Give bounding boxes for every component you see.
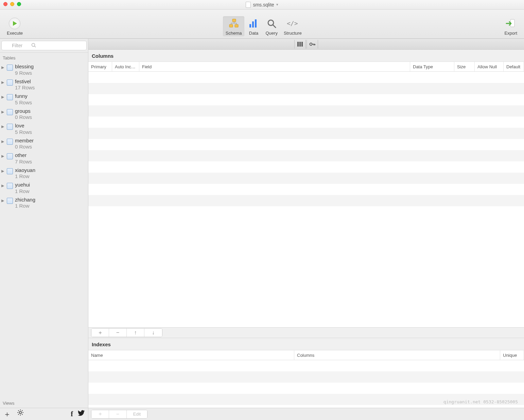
remove-index-button[interactable]: − [109,410,127,418]
idx-header-name[interactable]: Name [88,350,294,360]
tab-schema-label: Schema [226,31,242,36]
disclosure-triangle-icon[interactable]: ▶ [1,124,5,129]
table-rowcount: 0 Rows [15,144,34,150]
edit-index-button[interactable]: Edit [127,410,147,418]
execute-button[interactable]: Execute [4,16,25,36]
add-index-button[interactable]: ＋ [91,410,109,418]
tab-query[interactable]: Query [263,16,280,36]
col-header-auto-inc[interactable]: Auto Inc… [112,62,139,71]
columns-action-bar: ＋ − ↑ ↓ [88,327,524,338]
col-header-default[interactable]: Default [504,62,524,71]
disclosure-triangle-icon[interactable]: ▶ [1,95,5,99]
sidebar-table-item[interactable]: ▶member0 Rows [0,137,88,152]
filter-input[interactable] [1,41,87,50]
table-row [88,117,524,128]
chevron-down-icon: ▾ [276,2,278,7]
disclosure-triangle-icon[interactable]: ▶ [1,80,5,85]
key-icon [309,42,315,47]
table-name: xiaoyuan [15,167,35,174]
sidebar-table-item[interactable]: ▶xiaoyuan1 Row [0,166,88,181]
disclosure-triangle-icon[interactable]: ▶ [1,198,5,203]
svg-line-20 [18,414,19,415]
disclosure-triangle-icon[interactable]: ▶ [1,110,5,114]
table-rowcount: 1 Row [15,203,35,209]
disclosure-triangle-icon[interactable]: ▶ [1,183,5,188]
columns-grid[interactable] [88,72,524,327]
add-button[interactable]: ＋ [3,409,11,419]
table-icon [7,80,13,86]
tab-structure[interactable]: </> Structure [281,16,304,36]
sidebar-table-item[interactable]: ▶groups0 Rows [0,107,88,122]
svg-rect-23 [299,42,301,47]
sidebar-table-item[interactable]: ▶funny5 Rows [0,92,88,107]
sidebar-table-item[interactable]: ▶other7 Rows [0,151,88,166]
indexes-grid[interactable] [88,360,524,408]
disclosure-triangle-icon[interactable]: ▶ [1,65,5,70]
disclosure-triangle-icon[interactable]: ▶ [1,169,5,173]
svg-rect-3 [235,24,238,27]
col-header-size[interactable]: Size [454,62,475,71]
export-icon [505,18,517,29]
idx-header-columns[interactable]: Columns [294,350,500,360]
minimize-window-button[interactable] [10,2,14,6]
table-name: blessing [15,64,34,70]
move-up-button[interactable]: ↑ [127,329,144,337]
tables-section-label: Tables [0,53,88,63]
sidebar-table-item[interactable]: ▶love5 Rows [0,122,88,137]
indexes-action-bar: ＋ − Edit [88,408,524,420]
table-icon [7,198,13,204]
sidebar-table-item[interactable]: ▶zhichang1 Row [0,196,88,211]
close-window-button[interactable] [3,2,7,6]
sidebar-table-item[interactable]: ▶festivel17 Rows [0,77,88,92]
sidebar-table-item[interactable]: ▶blessing9 Rows [0,63,88,77]
facebook-link[interactable]: f [71,410,73,418]
svg-point-13 [19,411,21,413]
gear-icon [17,409,24,416]
disclosure-triangle-icon[interactable]: ▶ [1,139,5,144]
disclosure-triangle-icon[interactable]: ▶ [1,154,5,158]
table-row [88,128,524,139]
table-row [88,83,524,94]
idx-header-unique[interactable]: Unique [500,350,524,360]
table-name: member [15,138,34,144]
twitter-link[interactable] [78,410,85,418]
columns-view-button[interactable] [294,40,306,49]
svg-rect-1 [232,19,236,22]
col-header-allow-null[interactable]: Allow Null [475,62,504,71]
document-icon [246,2,251,8]
tab-structure-label: Structure [284,31,302,36]
col-header-data-type[interactable]: Data Type [410,62,454,71]
remove-column-button[interactable]: − [109,329,127,337]
zoom-window-button[interactable] [17,2,21,6]
export-button[interactable]: Export [502,16,520,36]
sidebar-footer: ＋ f [0,408,88,420]
data-icon [248,18,259,29]
add-column-button[interactable]: ＋ [91,329,109,337]
table-icon [7,65,13,71]
svg-line-21 [22,410,22,411]
svg-line-19 [22,414,22,415]
tab-data[interactable]: Data [245,16,262,36]
col-header-primary[interactable]: Primary [88,62,112,71]
table-rowcount: 1 Row [15,173,35,180]
structure-icon: </> [287,18,298,29]
title-bar: sms.sqlite ▾ [0,0,524,10]
svg-rect-6 [255,19,257,28]
table-rowcount: 0 Rows [15,114,32,121]
title-proxy[interactable]: sms.sqlite ▾ [246,2,278,8]
svg-text:</>: </> [287,20,298,27]
keys-view-button[interactable] [307,40,318,49]
table-name: other [15,152,32,159]
table-row [88,173,524,184]
sidebar-table-item[interactable]: ▶yuehui1 Row [0,181,88,196]
svg-rect-2 [229,24,233,27]
table-name: love [15,123,32,129]
move-down-button[interactable]: ↓ [144,329,162,337]
col-header-field[interactable]: Field [139,62,410,71]
svg-line-8 [273,25,276,28]
svg-rect-4 [249,24,251,28]
tab-schema[interactable]: Schema [223,16,245,36]
settings-button[interactable] [17,409,24,419]
table-row [88,394,524,405]
play-icon [9,18,20,29]
